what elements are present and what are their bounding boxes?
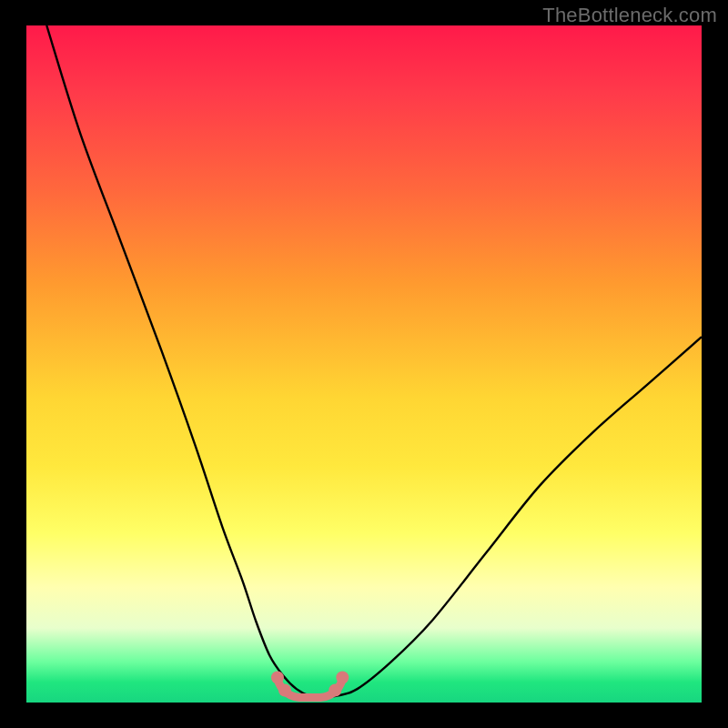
plot-area [26, 25, 702, 703]
chart-frame: TheBottleneck.com [0, 0, 728, 728]
curve-layer [26, 25, 702, 703]
bottleneck-curve [46, 25, 702, 696]
svg-point-1 [278, 684, 291, 697]
svg-point-2 [329, 684, 341, 697]
svg-point-0 [271, 672, 284, 684]
svg-point-3 [336, 672, 349, 684]
watermark-text: TheBottleneck.com [542, 4, 717, 27]
floor-highlight [271, 672, 349, 698]
